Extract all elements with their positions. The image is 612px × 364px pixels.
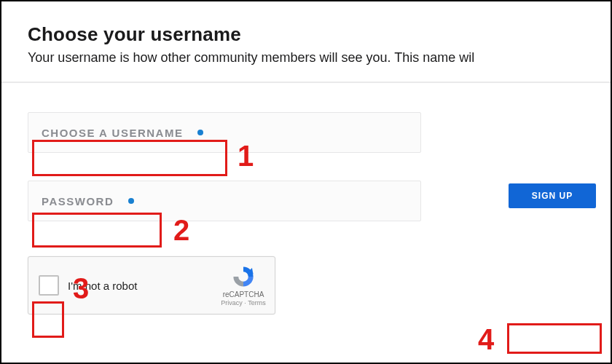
recaptcha-text: I'm not a robot [68, 280, 218, 292]
required-dot-icon [197, 130, 203, 135]
signup-dialog: Choose your username Your username is ho… [0, 0, 612, 364]
recaptcha-brand: reCAPTCHA [218, 290, 269, 298]
recaptcha-widget: I'm not a robot reCAPTCHA Privacy · Term… [28, 256, 275, 314]
signup-button[interactable]: SIGN UP [509, 183, 596, 208]
annotation-box-4 [507, 323, 602, 354]
recaptcha-legal[interactable]: Privacy · Terms [218, 299, 269, 306]
recaptcha-checkbox[interactable] [39, 275, 59, 296]
username-label: CHOOSE A USERNAME [42, 127, 183, 139]
page-title: Choose your username [28, 23, 584, 46]
recaptcha-icon [231, 264, 256, 289]
password-input[interactable]: PASSWORD [28, 181, 421, 221]
page-subtitle: Your username is how other community mem… [28, 50, 584, 66]
annotation-number-4: 4 [478, 323, 494, 356]
password-label: PASSWORD [42, 195, 114, 207]
recaptcha-branding: reCAPTCHA Privacy · Terms [218, 264, 275, 306]
header: Choose your username Your username is ho… [1, 1, 611, 82]
form: CHOOSE A USERNAME PASSWORD I'm not a rob… [1, 83, 611, 221]
required-dot-icon [128, 198, 134, 204]
username-input[interactable]: CHOOSE A USERNAME [28, 112, 421, 153]
